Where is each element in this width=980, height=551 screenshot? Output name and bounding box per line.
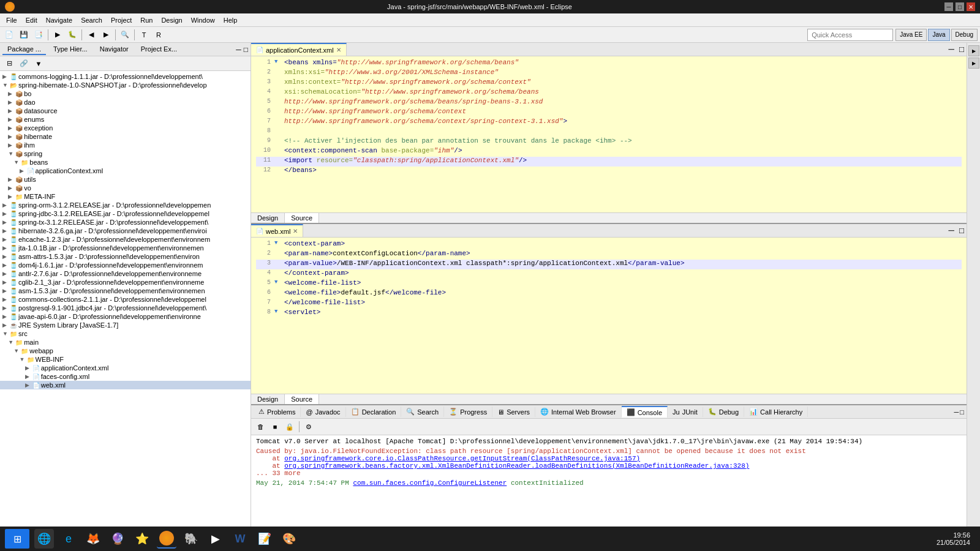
console-options-button[interactable]: ⚙ (302, 420, 315, 433)
tree-item[interactable]: ▶📄 faces-config.xml (0, 372, 251, 381)
tab-search[interactable]: 🔍 Search (401, 407, 444, 417)
tree-item[interactable]: ▼📁 webapp (0, 347, 251, 355)
fold-arrow[interactable] (274, 118, 284, 127)
tab-debug[interactable]: 🐛 Debug (703, 407, 744, 417)
tree-item[interactable]: ▶☕ JRE System Library [JavaSE-1.7] (0, 321, 251, 329)
fold-arrow[interactable] (274, 88, 284, 98)
tree-item[interactable]: ▶📄 web.xml (0, 381, 251, 389)
taskbar-chrome[interactable]: 🌐 (34, 529, 54, 549)
fold-arrow[interactable] (274, 137, 284, 147)
save-all-button[interactable]: 📑 (32, 28, 45, 42)
minimize-button[interactable]: ─ (944, 2, 953, 11)
code-line[interactable]: 4 </context-param> (256, 269, 962, 279)
tab-applicationcontext[interactable]: 📄 applicationContext.xml ✕ (251, 43, 347, 56)
right-side-btn-1[interactable]: ▶ (968, 45, 979, 56)
tab-junit[interactable]: Ju JUnit (668, 407, 703, 417)
tree-item[interactable]: ▶📦 vo (0, 184, 251, 192)
menu-search[interactable]: Search (77, 15, 106, 25)
perspective-javaee[interactable]: Java EE (895, 29, 927, 41)
tab-navigator[interactable]: Navigator (95, 44, 134, 55)
tab-servers[interactable]: 🖥 Servers (492, 407, 535, 417)
tree-item[interactable]: ▶🫙 commons-collections-2.1.1.jar - D:\pr… (0, 295, 251, 304)
tree-item[interactable]: ▶🫙 dom4j-1.6.1.jar - D:\professionnel\de… (0, 261, 251, 269)
fold-arrow[interactable] (274, 260, 284, 269)
code-line[interactable]: 5 http://www.springframework.org/schema/… (256, 98, 962, 108)
fold-arrow[interactable]: ▼ (274, 279, 284, 289)
close-button[interactable]: ✕ (967, 2, 975, 11)
code-line[interactable]: 7 http://www.springframework.org/schema/… (256, 118, 962, 127)
code-line[interactable]: 6 <welcome-file>default.jsf</welcome-fil… (256, 289, 962, 299)
tree-item[interactable]: ▶📦 hibernate (0, 132, 251, 141)
tree-item[interactable]: ▼📁 src (0, 329, 251, 338)
stack-link-2[interactable]: org.springframework.beans.factory.xml.Xm… (284, 462, 749, 470)
taskbar-firefox[interactable]: 🦊 (83, 529, 103, 549)
tab-call-hierarchy[interactable]: 📊 Call Hierarchy (744, 407, 808, 417)
quick-access-input[interactable] (807, 29, 893, 41)
new-button[interactable]: 📄 (2, 28, 16, 42)
tree-item[interactable]: ▶📦 datasource (0, 107, 251, 115)
taskbar-notepad[interactable]: 📝 (255, 529, 274, 549)
open-resource-button[interactable]: R (152, 28, 165, 42)
tab-project-explorer[interactable]: Project Ex... (136, 44, 182, 55)
forward-button[interactable]: ▶ (99, 28, 113, 42)
menu-project[interactable]: Project (107, 15, 135, 25)
design-tab-bottom[interactable]: Design (251, 394, 285, 404)
right-side-btn-2[interactable]: ▶ (968, 58, 979, 69)
fold-arrow[interactable] (274, 269, 284, 279)
config-listener-link[interactable]: com.sun.faces.config.ConfigureListener (353, 479, 507, 487)
code-line[interactable]: 7 </welcome-file-list> (256, 299, 962, 309)
tree-item[interactable]: ▼📦 spring (0, 149, 251, 158)
taskbar-ie[interactable]: e (59, 529, 78, 549)
maximize-panel-button[interactable]: □ (960, 408, 964, 416)
clear-console-button[interactable]: 🗑 (254, 420, 267, 433)
tree-item[interactable]: ▶🫙 antlr-2.7.6.jar - D:\professionnel\de… (0, 269, 251, 278)
tree-item[interactable]: ▶📄 applicationContext.xml (0, 364, 251, 372)
minimize-view-button[interactable]: ─ (236, 45, 241, 54)
tree-item[interactable]: ▼📁 beans (0, 158, 251, 167)
scroll-lock-button[interactable]: 🔒 (283, 420, 296, 433)
stop-button[interactable]: ■ (268, 420, 282, 433)
collapse-all-button[interactable]: ⊟ (2, 57, 16, 70)
tree-item[interactable]: ▶🫙 spring-jdbc-3.1.2.RELEASE.jar - D:\pr… (0, 209, 251, 218)
taskbar-eclipse[interactable] (157, 529, 176, 549)
code-line[interactable]: 8 (256, 127, 962, 137)
window-controls[interactable]: ─ □ ✕ (944, 2, 975, 11)
open-type-button[interactable]: T (137, 28, 151, 42)
debug-button[interactable]: 🐛 (66, 28, 79, 42)
menu-edit[interactable]: Edit (22, 15, 41, 25)
maximize-view-button[interactable]: □ (244, 45, 248, 54)
tree-item[interactable]: ▶📄 applicationContext.xml (0, 167, 251, 175)
fold-arrow[interactable] (274, 127, 284, 137)
fold-arrow[interactable] (274, 157, 284, 167)
tree-item[interactable]: ▶📦 utils (0, 175, 251, 184)
fold-arrow[interactable] (274, 289, 284, 299)
maximize-editor-button[interactable]: □ (957, 43, 967, 55)
tree-item[interactable]: ▶🫙 javae-api-6.0.jar - D:\professionnel\… (0, 312, 251, 321)
code-line[interactable]: 1 ▼ <context-param> (256, 240, 962, 250)
taskbar-app4[interactable]: 🔮 (108, 529, 127, 549)
tree-item[interactable]: ▶🫙 hibernate-3.2.6.ga.jar - D:\professio… (0, 227, 251, 235)
tab-type-hierarchy[interactable]: Type Hier... (48, 44, 92, 55)
minimize-editor-2-button[interactable]: ─ (946, 225, 956, 236)
taskbar-pgadmin[interactable]: 🐘 (181, 529, 201, 549)
taskbar-word[interactable]: W (230, 529, 250, 549)
code-line[interactable]: 10 <context:component-scan base-package=… (256, 147, 962, 157)
fold-arrow[interactable] (274, 78, 284, 88)
source-tab-top[interactable]: Source (285, 213, 319, 223)
tree-item[interactable]: ▶🫙 postgresql-9.1-901.jdbc4.jar - D:\pro… (0, 304, 251, 312)
fold-arrow[interactable]: ▼ (274, 309, 284, 318)
tree-item[interactable]: ▶🫙 asm-1.5.3.jar - D:\professionnel\deve… (0, 287, 251, 295)
menu-window[interactable]: Window (187, 15, 219, 25)
tab-webxml[interactable]: 📄 web.xml ✕ (251, 224, 303, 237)
tree-item[interactable]: ▶📦 exception (0, 124, 251, 132)
tree-item[interactable]: ▶🫙 cglib-2.1_3.jar - D:\professionnel\de… (0, 278, 251, 287)
tab-console[interactable]: ⬛ Console (622, 406, 668, 418)
close-tab-appctx[interactable]: ✕ (336, 47, 341, 53)
menu-navigate[interactable]: Navigate (42, 15, 76, 25)
code-line[interactable]: 2 xmlns:xsi="http://www.w3.org/2001/XMLS… (256, 69, 962, 78)
code-line[interactable]: 5 ▼ <welcome-file-list> (256, 279, 962, 289)
fold-arrow[interactable] (274, 299, 284, 309)
source-tab-bottom[interactable]: Source (285, 394, 319, 404)
stack-link-1[interactable]: org.springframework.core.io.ClassPathRes… (284, 455, 640, 462)
taskbar-app5[interactable]: ⭐ (132, 529, 152, 549)
